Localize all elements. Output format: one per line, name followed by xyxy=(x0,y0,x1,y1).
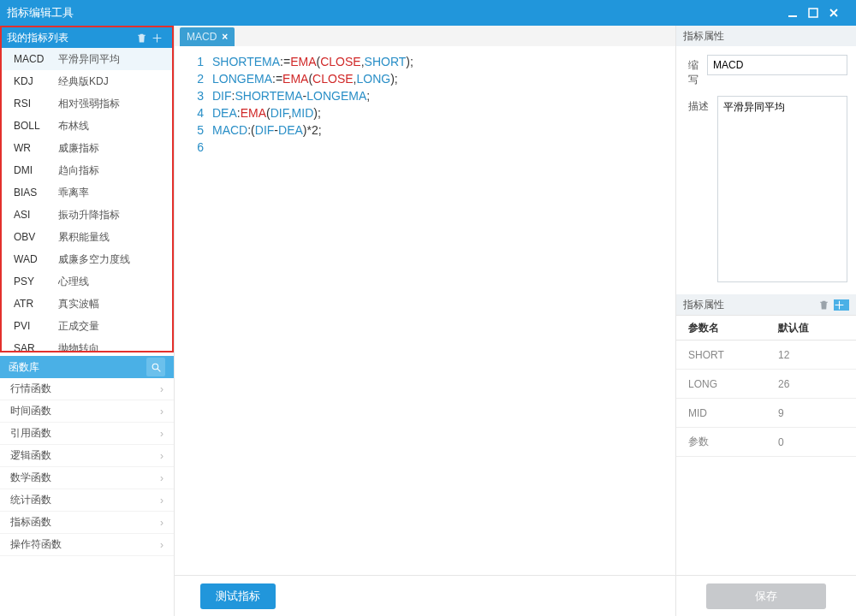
code-editor[interactable]: 1SHORTEMA:=EMA(CLOSE,SHORT);2LONGEMA:=EM… xyxy=(175,46,675,575)
maximize-button[interactable] xyxy=(808,8,829,18)
function-category-row[interactable]: 逻辑函数› xyxy=(0,445,174,467)
indicator-code: BIAS xyxy=(14,187,58,198)
tab-label: MACD xyxy=(187,31,217,43)
indicator-row[interactable]: OBV累积能量线 xyxy=(2,226,172,248)
indicator-row[interactable]: ATR真实波幅 xyxy=(2,293,172,315)
indicator-name: 威廉指标 xyxy=(58,141,99,156)
function-category-row[interactable]: 数学函数› xyxy=(0,467,174,489)
close-button[interactable] xyxy=(829,8,849,18)
param-default: 9 xyxy=(766,407,856,419)
svg-line-5 xyxy=(158,369,160,371)
indicator-list[interactable]: MACD平滑异同平均KDJ经典版KDJRSI相对强弱指标BOLL布林线WR威廉指… xyxy=(2,48,172,351)
close-tab-icon[interactable]: × xyxy=(222,31,228,43)
indicator-name: 相对强弱指标 xyxy=(58,97,120,111)
add-param-icon[interactable] xyxy=(834,299,849,311)
function-category-label: 引用函数 xyxy=(10,426,160,441)
properties-panel: 指标属性 缩写 描述 指标属性 参数名 默认值 SHORT12LON xyxy=(676,26,856,616)
indicator-row[interactable]: WR威廉指标 xyxy=(2,137,172,159)
indicator-name: 威廉多空力度线 xyxy=(58,252,130,267)
editor-tabbar: MACD × xyxy=(175,26,675,46)
indicator-row[interactable]: RSI相对强弱指标 xyxy=(2,92,172,115)
function-category-label: 操作符函数 xyxy=(10,537,160,552)
chevron-right-icon: › xyxy=(160,406,163,418)
indicator-code: BOLL xyxy=(14,120,58,132)
params-header: 指标属性 xyxy=(676,294,856,315)
indicator-row[interactable]: DMI趋向指标 xyxy=(2,159,172,181)
function-category-row[interactable]: 时间函数› xyxy=(0,400,174,423)
param-row[interactable]: MID9 xyxy=(676,399,856,428)
indicator-row[interactable]: BIAS乖离率 xyxy=(2,181,172,204)
param-col-name: 参数名 xyxy=(676,321,766,335)
editor-tab-macd[interactable]: MACD × xyxy=(180,27,235,46)
save-button[interactable]: 保存 xyxy=(706,583,826,609)
indicator-row[interactable]: KDJ经典版KDJ xyxy=(2,70,172,92)
indicator-code: ASI xyxy=(14,209,58,221)
param-row[interactable]: SHORT12 xyxy=(676,341,856,370)
svg-point-4 xyxy=(152,364,158,370)
indicator-code: MACD xyxy=(14,53,58,65)
editor-area: MACD × 1SHORTEMA:=EMA(CLOSE,SHORT);2LONG… xyxy=(174,26,676,616)
svg-rect-0 xyxy=(788,15,797,17)
function-category-row[interactable]: 引用函数› xyxy=(0,423,174,445)
param-name: 参数 xyxy=(676,435,766,449)
desc-textarea[interactable] xyxy=(717,96,847,282)
abbr-input[interactable] xyxy=(707,55,847,75)
minimize-button[interactable] xyxy=(788,8,808,18)
indicator-row[interactable]: PVI正成交量 xyxy=(2,315,172,337)
param-name: SHORT xyxy=(676,349,766,361)
indicator-name: 累积能量线 xyxy=(58,230,110,245)
function-category-row[interactable]: 统计函数› xyxy=(0,489,174,512)
indicator-name: 真实波幅 xyxy=(58,297,99,311)
chevron-right-icon: › xyxy=(160,450,163,462)
indicator-code: ATR xyxy=(14,298,58,310)
indicator-list-title: 我的指标列表 xyxy=(7,31,68,45)
indicator-name: 趋向指标 xyxy=(58,163,99,178)
param-row[interactable]: 参数0 xyxy=(676,428,856,457)
function-library-header: 函数库 xyxy=(0,356,174,378)
indicator-row[interactable]: WAD威廉多空力度线 xyxy=(2,248,172,270)
left-sidebar: 我的指标列表 MACD平滑异同平均KDJ经典版KDJRSI相对强弱指标BOLL布… xyxy=(0,26,174,616)
indicator-row[interactable]: PSY心理线 xyxy=(2,270,172,293)
add-indicator-icon[interactable] xyxy=(152,33,167,44)
function-category-label: 统计函数 xyxy=(10,493,160,507)
param-table-header: 参数名 默认值 xyxy=(676,315,856,341)
indicator-panel-highlight: 我的指标列表 MACD平滑异同平均KDJ经典版KDJRSI相对强弱指标BOLL布… xyxy=(0,26,174,352)
function-category-label: 逻辑函数 xyxy=(10,448,160,463)
param-default: 0 xyxy=(766,436,856,448)
delete-param-icon[interactable] xyxy=(818,299,834,311)
delete-indicator-icon[interactable] xyxy=(136,33,152,44)
function-category-label: 指标函数 xyxy=(10,515,160,530)
indicator-name: 抛物转向 xyxy=(58,341,99,352)
function-category-row[interactable]: 操作符函数› xyxy=(0,534,174,556)
indicator-row[interactable]: ASI振动升降指标 xyxy=(2,204,172,226)
indicator-row[interactable]: MACD平滑异同平均 xyxy=(2,48,172,70)
window-title: 指标编辑工具 xyxy=(7,5,788,21)
param-table-body: SHORT12LONG26MID9参数0 xyxy=(676,341,856,457)
function-library-title: 函数库 xyxy=(9,360,146,375)
param-col-default: 默认值 xyxy=(766,321,856,335)
param-default: 26 xyxy=(766,378,856,390)
indicator-code: KDJ xyxy=(14,75,58,87)
param-row[interactable]: LONG26 xyxy=(676,370,856,399)
param-name: LONG xyxy=(676,378,766,390)
indicator-row[interactable]: SAR抛物转向 xyxy=(2,337,172,351)
properties-header: 指标属性 xyxy=(676,26,856,46)
indicator-name: 正成交量 xyxy=(58,319,99,334)
indicator-name: 乖离率 xyxy=(58,186,89,200)
test-indicator-button[interactable]: 测试指标 xyxy=(200,583,276,609)
indicator-code: OBV xyxy=(14,231,58,243)
function-category-label: 数学函数 xyxy=(10,471,160,485)
indicator-name: 心理线 xyxy=(58,275,89,289)
search-function-button[interactable] xyxy=(146,358,165,376)
chevron-right-icon: › xyxy=(160,495,163,506)
indicator-name: 平滑异同平均 xyxy=(58,52,120,67)
indicator-code: PSY xyxy=(14,275,58,287)
abbr-label: 缩写 xyxy=(688,55,707,87)
indicator-row[interactable]: BOLL布林线 xyxy=(2,115,172,137)
function-category-row[interactable]: 指标函数› xyxy=(0,512,174,534)
titlebar: 指标编辑工具 xyxy=(0,0,856,26)
chevron-right-icon: › xyxy=(160,517,163,529)
function-category-row[interactable]: 行情函数› xyxy=(0,378,174,400)
param-name: MID xyxy=(676,407,766,419)
indicator-code: DMI xyxy=(14,164,58,176)
